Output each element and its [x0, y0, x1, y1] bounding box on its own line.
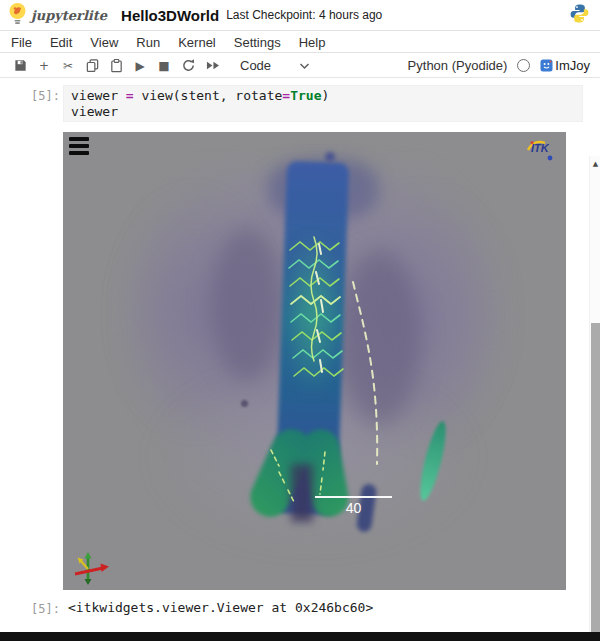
code-text: view(stent, rotate — [134, 88, 283, 103]
output-repr-text: <itkwidgets.viewer.Viewer at 0x246bc60> — [68, 600, 373, 615]
checkpoint-status: Last Checkpoint: 4 hours ago — [226, 8, 382, 22]
menu-item-file[interactable]: File — [2, 35, 41, 50]
python-logo-icon — [569, 3, 590, 28]
notebook-panel: [5]: viewer = view(stent, rotate=True) v… — [0, 78, 600, 632]
imjoy-icon — [540, 59, 553, 72]
stop-button[interactable]: ■ — [152, 56, 176, 76]
input-prompt: [5]: — [0, 89, 60, 103]
code-cell-input[interactable]: viewer = view(stent, rotate=True) viewer — [63, 85, 583, 122]
bottom-bar — [0, 632, 600, 641]
menu-item-help[interactable]: Help — [290, 35, 335, 50]
scrollbar-thumb[interactable] — [591, 323, 600, 641]
code-text: viewer — [71, 104, 118, 119]
kernel-status-icon[interactable] — [517, 59, 530, 72]
code-editor[interactable]: viewer = view(stent, rotate=True) viewer — [71, 88, 575, 120]
viewer-menu-button[interactable] — [69, 137, 91, 155]
add-cell-button[interactable]: + — [32, 56, 56, 76]
app-logo-text: jupyterlite — [31, 8, 107, 23]
vertical-scrollbar[interactable]: ▲ ▼ — [589, 156, 600, 641]
stop-icon: ■ — [158, 60, 169, 72]
code-text: viewer — [71, 88, 126, 103]
restart-kernel-button[interactable] — [176, 56, 200, 76]
notebook-toolbar: + ✂ ▶ ■ C — [0, 54, 600, 78]
svg-text:ITK: ITK — [531, 142, 550, 154]
scroll-up-arrow[interactable]: ▲ — [590, 158, 600, 170]
cell-type-value: Code — [240, 58, 271, 73]
run-icon: ▶ — [135, 60, 144, 72]
paste-icon — [109, 58, 124, 73]
top-bar: jupyterlite Hello3DWorld Last Checkpoint… — [0, 0, 600, 31]
scale-bar-label: 40 — [315, 500, 392, 516]
run-all-icon — [205, 59, 220, 72]
jupyterlite-window: jupyterlite Hello3DWorld Last Checkpoint… — [0, 0, 600, 641]
code-text: ) — [321, 88, 329, 103]
chevron-down-icon — [299, 62, 310, 70]
save-button[interactable] — [8, 56, 32, 76]
add-cell-icon: + — [39, 60, 49, 72]
menu-item-run[interactable]: Run — [127, 35, 169, 50]
jupyterlite-logo-icon — [8, 2, 27, 29]
copy-icon — [85, 58, 100, 73]
code-keyword: True — [290, 88, 321, 103]
save-icon — [13, 58, 28, 73]
cell-type-dropdown[interactable]: Code — [240, 58, 310, 73]
toolbar-right-group: Python (Pyodide) ImJoy — [408, 58, 590, 73]
code-operator: = — [126, 88, 134, 103]
imjoy-label: ImJoy — [555, 58, 590, 73]
itk-logo-icon: ITK — [524, 137, 558, 167]
run-all-button[interactable] — [200, 56, 224, 76]
menu-item-view[interactable]: View — [81, 35, 127, 50]
kernel-name[interactable]: Python (Pyodide) — [408, 58, 508, 73]
restart-kernel-icon — [181, 58, 196, 73]
menu-bar: File Edit View Run Kernel Settings Help — [0, 32, 600, 53]
paste-button[interactable] — [104, 56, 128, 76]
menu-item-edit[interactable]: Edit — [41, 35, 81, 50]
stent-wire-mesh — [63, 132, 566, 590]
hamburger-icon — [69, 144, 89, 148]
output-prompt: [5]: — [0, 602, 60, 616]
menu-item-kernel[interactable]: Kernel — [169, 35, 225, 50]
hamburger-icon — [69, 137, 89, 141]
itk-viewer-canvas[interactable]: ITK — [63, 132, 566, 590]
copy-button[interactable] — [80, 56, 104, 76]
hamburger-icon — [69, 151, 89, 155]
menu-item-settings[interactable]: Settings — [225, 35, 290, 50]
imjoy-button[interactable]: ImJoy — [540, 58, 590, 73]
notebook-title[interactable]: Hello3DWorld — [121, 7, 219, 24]
scale-bar — [315, 496, 392, 498]
cut-icon: ✂ — [63, 60, 73, 72]
cut-button[interactable]: ✂ — [56, 56, 80, 76]
orientation-axes-icon — [71, 552, 111, 590]
code-operator: = — [282, 88, 290, 103]
run-cell-button[interactable]: ▶ — [128, 56, 152, 76]
